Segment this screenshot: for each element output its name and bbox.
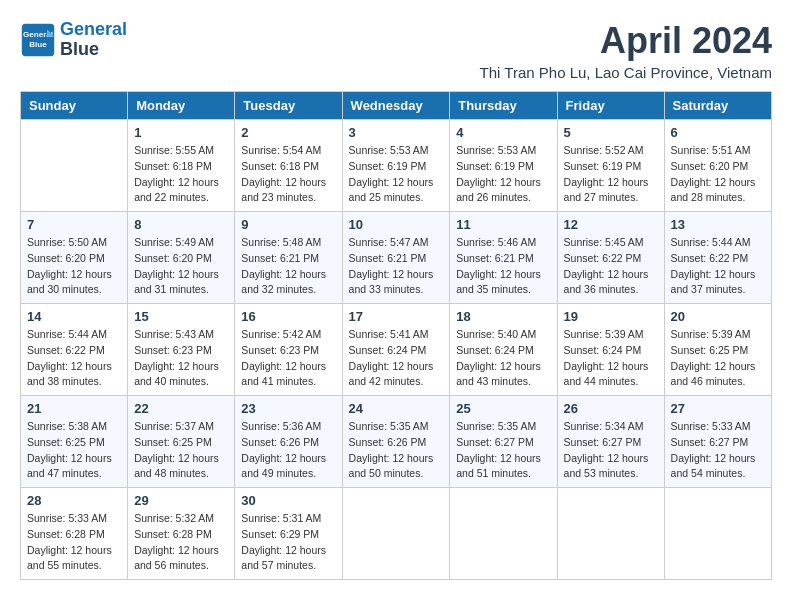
logo-icon: General Blue — [20, 22, 56, 58]
calendar-cell: 21Sunrise: 5:38 AMSunset: 6:25 PMDayligh… — [21, 396, 128, 488]
title-block: April 2024 Thi Tran Pho Lu, Lao Cai Prov… — [480, 20, 772, 81]
calendar-cell: 30Sunrise: 5:31 AMSunset: 6:29 PMDayligh… — [235, 488, 342, 580]
day-info: Sunrise: 5:46 AMSunset: 6:21 PMDaylight:… — [456, 235, 550, 298]
day-number: 4 — [456, 125, 550, 140]
day-number: 14 — [27, 309, 121, 324]
day-number: 2 — [241, 125, 335, 140]
calendar-week-3: 14Sunrise: 5:44 AMSunset: 6:22 PMDayligh… — [21, 304, 772, 396]
calendar-cell — [557, 488, 664, 580]
day-number: 3 — [349, 125, 444, 140]
day-info: Sunrise: 5:37 AMSunset: 6:25 PMDaylight:… — [134, 419, 228, 482]
day-number: 19 — [564, 309, 658, 324]
day-info: Sunrise: 5:33 AMSunset: 6:28 PMDaylight:… — [27, 511, 121, 574]
day-number: 20 — [671, 309, 765, 324]
calendar-cell: 1Sunrise: 5:55 AMSunset: 6:18 PMDaylight… — [128, 120, 235, 212]
day-number: 21 — [27, 401, 121, 416]
calendar-cell — [664, 488, 771, 580]
day-number: 26 — [564, 401, 658, 416]
day-info: Sunrise: 5:44 AMSunset: 6:22 PMDaylight:… — [671, 235, 765, 298]
day-info: Sunrise: 5:53 AMSunset: 6:19 PMDaylight:… — [349, 143, 444, 206]
day-info: Sunrise: 5:51 AMSunset: 6:20 PMDaylight:… — [671, 143, 765, 206]
page-header: General Blue General Blue April 2024 Thi… — [20, 20, 772, 81]
calendar-cell: 14Sunrise: 5:44 AMSunset: 6:22 PMDayligh… — [21, 304, 128, 396]
calendar-cell — [342, 488, 450, 580]
location: Thi Tran Pho Lu, Lao Cai Province, Vietn… — [480, 64, 772, 81]
day-info: Sunrise: 5:48 AMSunset: 6:21 PMDaylight:… — [241, 235, 335, 298]
day-info: Sunrise: 5:40 AMSunset: 6:24 PMDaylight:… — [456, 327, 550, 390]
logo: General Blue General Blue — [20, 20, 127, 60]
day-number: 12 — [564, 217, 658, 232]
day-info: Sunrise: 5:32 AMSunset: 6:28 PMDaylight:… — [134, 511, 228, 574]
calendar-cell: 26Sunrise: 5:34 AMSunset: 6:27 PMDayligh… — [557, 396, 664, 488]
calendar-cell: 28Sunrise: 5:33 AMSunset: 6:28 PMDayligh… — [21, 488, 128, 580]
calendar-cell: 20Sunrise: 5:39 AMSunset: 6:25 PMDayligh… — [664, 304, 771, 396]
logo-line1: General — [60, 19, 127, 39]
day-info: Sunrise: 5:39 AMSunset: 6:25 PMDaylight:… — [671, 327, 765, 390]
calendar-cell: 29Sunrise: 5:32 AMSunset: 6:28 PMDayligh… — [128, 488, 235, 580]
day-info: Sunrise: 5:36 AMSunset: 6:26 PMDaylight:… — [241, 419, 335, 482]
calendar-cell: 24Sunrise: 5:35 AMSunset: 6:26 PMDayligh… — [342, 396, 450, 488]
calendar-cell: 8Sunrise: 5:49 AMSunset: 6:20 PMDaylight… — [128, 212, 235, 304]
calendar-cell: 18Sunrise: 5:40 AMSunset: 6:24 PMDayligh… — [450, 304, 557, 396]
calendar-cell: 27Sunrise: 5:33 AMSunset: 6:27 PMDayligh… — [664, 396, 771, 488]
calendar-cell: 13Sunrise: 5:44 AMSunset: 6:22 PMDayligh… — [664, 212, 771, 304]
day-number: 5 — [564, 125, 658, 140]
calendar-cell: 2Sunrise: 5:54 AMSunset: 6:18 PMDaylight… — [235, 120, 342, 212]
day-number: 29 — [134, 493, 228, 508]
day-info: Sunrise: 5:55 AMSunset: 6:18 PMDaylight:… — [134, 143, 228, 206]
day-number: 30 — [241, 493, 335, 508]
day-info: Sunrise: 5:35 AMSunset: 6:26 PMDaylight:… — [349, 419, 444, 482]
calendar-cell: 10Sunrise: 5:47 AMSunset: 6:21 PMDayligh… — [342, 212, 450, 304]
day-info: Sunrise: 5:41 AMSunset: 6:24 PMDaylight:… — [349, 327, 444, 390]
day-info: Sunrise: 5:33 AMSunset: 6:27 PMDaylight:… — [671, 419, 765, 482]
calendar-cell: 4Sunrise: 5:53 AMSunset: 6:19 PMDaylight… — [450, 120, 557, 212]
day-info: Sunrise: 5:31 AMSunset: 6:29 PMDaylight:… — [241, 511, 335, 574]
day-number: 11 — [456, 217, 550, 232]
calendar-cell: 12Sunrise: 5:45 AMSunset: 6:22 PMDayligh… — [557, 212, 664, 304]
calendar-cell: 7Sunrise: 5:50 AMSunset: 6:20 PMDaylight… — [21, 212, 128, 304]
day-number: 28 — [27, 493, 121, 508]
day-number: 13 — [671, 217, 765, 232]
calendar-header-row: SundayMondayTuesdayWednesdayThursdayFrid… — [21, 92, 772, 120]
day-number: 27 — [671, 401, 765, 416]
day-number: 7 — [27, 217, 121, 232]
day-info: Sunrise: 5:42 AMSunset: 6:23 PMDaylight:… — [241, 327, 335, 390]
day-info: Sunrise: 5:52 AMSunset: 6:19 PMDaylight:… — [564, 143, 658, 206]
calendar-cell: 5Sunrise: 5:52 AMSunset: 6:19 PMDaylight… — [557, 120, 664, 212]
day-info: Sunrise: 5:39 AMSunset: 6:24 PMDaylight:… — [564, 327, 658, 390]
calendar-week-5: 28Sunrise: 5:33 AMSunset: 6:28 PMDayligh… — [21, 488, 772, 580]
calendar-cell: 3Sunrise: 5:53 AMSunset: 6:19 PMDaylight… — [342, 120, 450, 212]
logo-line2: Blue — [60, 40, 127, 60]
calendar-cell: 25Sunrise: 5:35 AMSunset: 6:27 PMDayligh… — [450, 396, 557, 488]
day-number: 10 — [349, 217, 444, 232]
day-number: 18 — [456, 309, 550, 324]
calendar-header-sunday: Sunday — [21, 92, 128, 120]
calendar-cell — [450, 488, 557, 580]
month-title: April 2024 — [480, 20, 772, 62]
day-number: 25 — [456, 401, 550, 416]
calendar-week-2: 7Sunrise: 5:50 AMSunset: 6:20 PMDaylight… — [21, 212, 772, 304]
day-info: Sunrise: 5:45 AMSunset: 6:22 PMDaylight:… — [564, 235, 658, 298]
calendar-cell: 6Sunrise: 5:51 AMSunset: 6:20 PMDaylight… — [664, 120, 771, 212]
calendar-cell — [21, 120, 128, 212]
calendar-week-1: 1Sunrise: 5:55 AMSunset: 6:18 PMDaylight… — [21, 120, 772, 212]
calendar-header-thursday: Thursday — [450, 92, 557, 120]
calendar-week-4: 21Sunrise: 5:38 AMSunset: 6:25 PMDayligh… — [21, 396, 772, 488]
calendar-cell: 23Sunrise: 5:36 AMSunset: 6:26 PMDayligh… — [235, 396, 342, 488]
calendar-cell: 22Sunrise: 5:37 AMSunset: 6:25 PMDayligh… — [128, 396, 235, 488]
calendar-header-friday: Friday — [557, 92, 664, 120]
logo-text: General Blue — [60, 20, 127, 60]
calendar-header-wednesday: Wednesday — [342, 92, 450, 120]
day-number: 8 — [134, 217, 228, 232]
day-number: 9 — [241, 217, 335, 232]
day-info: Sunrise: 5:43 AMSunset: 6:23 PMDaylight:… — [134, 327, 228, 390]
day-number: 22 — [134, 401, 228, 416]
calendar-cell: 19Sunrise: 5:39 AMSunset: 6:24 PMDayligh… — [557, 304, 664, 396]
day-info: Sunrise: 5:50 AMSunset: 6:20 PMDaylight:… — [27, 235, 121, 298]
calendar-header-saturday: Saturday — [664, 92, 771, 120]
calendar-cell: 17Sunrise: 5:41 AMSunset: 6:24 PMDayligh… — [342, 304, 450, 396]
calendar-cell: 16Sunrise: 5:42 AMSunset: 6:23 PMDayligh… — [235, 304, 342, 396]
calendar-table: SundayMondayTuesdayWednesdayThursdayFrid… — [20, 91, 772, 580]
day-info: Sunrise: 5:35 AMSunset: 6:27 PMDaylight:… — [456, 419, 550, 482]
svg-text:Blue: Blue — [29, 40, 47, 49]
